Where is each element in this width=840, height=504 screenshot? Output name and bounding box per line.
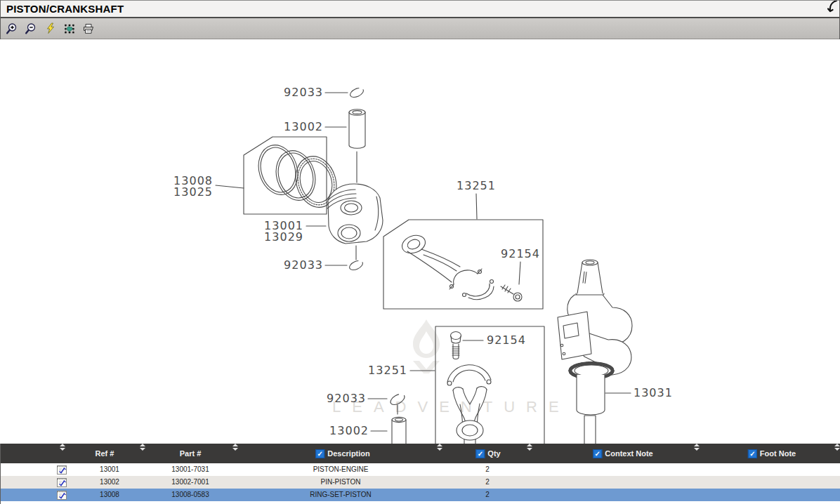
sort-arrows-icon-col[interactable] — [60, 444, 65, 463]
col-label-ref: Ref # — [96, 449, 114, 458]
part-label-13002-top[interactable]: 13002 — [284, 120, 323, 133]
note-icon[interactable] — [56, 477, 68, 489]
col-label-foot-note: Foot Note — [760, 449, 796, 458]
cell-ref: 13002 — [100, 476, 119, 489]
col-header-context-note[interactable]: ✓ Context Note — [593, 444, 652, 463]
ring-set-drawing — [244, 137, 343, 214]
toolbar — [1, 18, 839, 39]
table-row-13002[interactable]: 13002 13002-7001 PIN-PISTON 2 — [1, 476, 840, 489]
note-icon[interactable] — [56, 464, 68, 476]
watermark-text: LEADVENTURE — [332, 398, 570, 416]
sort-arrows-description[interactable] — [437, 444, 442, 463]
part-label-13251-lower[interactable]: 13251 — [368, 364, 407, 377]
part-label-92033-mid[interactable]: 92033 — [284, 258, 323, 272]
col-label-part: Part # — [180, 449, 202, 458]
col-header-foot-note[interactable]: ✓ Foot Note — [748, 444, 796, 463]
table-row-13001[interactable]: 13001 13001-7031 PISTON-ENGINE 2 — [1, 463, 840, 476]
table-header: Ref # Part # ✓ Description ✓ Qty ✓ Conte… — [1, 444, 840, 463]
select-image-button[interactable] — [63, 22, 77, 36]
part-label-13002-lower[interactable]: 13002 — [329, 424, 369, 437]
col-header-qty[interactable]: ✓ Qty — [475, 444, 500, 463]
col-header-description[interactable]: ✓ Description — [315, 444, 370, 463]
part-label-92154-upper[interactable]: 92154 — [501, 247, 540, 260]
circlip-top-drawing — [349, 86, 365, 99]
cell-desc: PIN-PISTON — [320, 476, 360, 489]
print-button[interactable] — [81, 22, 96, 36]
cell-qty: 2 — [485, 489, 490, 501]
pin-lowerleft-drawing — [392, 417, 406, 444]
cell-desc: PISTON-ENGINE — [313, 463, 369, 476]
sort-arrows-part[interactable] — [232, 444, 238, 463]
sort-arrows-ref[interactable] — [140, 444, 145, 463]
context-note-checkbox[interactable]: ✓ — [593, 449, 602, 458]
sort-arrows-qty[interactable] — [527, 444, 532, 463]
lightning-icon-button[interactable] — [44, 22, 58, 36]
cell-ref: 13008 — [100, 489, 119, 501]
zoom-out-button[interactable] — [25, 22, 39, 36]
cell-desc: RING-SET-PISTON — [310, 489, 372, 501]
col-label-context-note: Context Note — [605, 449, 652, 458]
part-label-92033-top[interactable]: 92033 — [284, 86, 323, 99]
part-label-92154-lower[interactable]: 92154 — [487, 333, 526, 347]
sort-arrows-foot-note[interactable] — [834, 444, 840, 463]
col-header-part[interactable]: Part # — [180, 444, 202, 463]
crankshaft-drawing — [558, 260, 632, 444]
col-label-qty: Qty — [487, 449, 500, 458]
table-row-13008-selected[interactable]: 13008 13008-0583 RING-SET-PISTON 2 — [1, 489, 840, 501]
cursor-arrow-icon — [827, 1, 838, 16]
window-chrome: PISTON/CRANKSHAFT — [0, 0, 840, 39]
connecting-rod-box-drawing — [383, 220, 543, 309]
title-bar: PISTON/CRANKSHAFT — [1, 0, 839, 18]
cell-qty: 2 — [485, 476, 490, 489]
cell-part: 13001-7031 — [171, 463, 209, 476]
col-header-ref[interactable]: Ref # — [96, 444, 114, 463]
foot-note-checkbox[interactable]: ✓ — [748, 449, 757, 458]
part-label-13251-upper[interactable]: 13251 — [457, 179, 496, 192]
cell-ref: 13001 — [100, 463, 119, 476]
qty-checkbox[interactable]: ✓ — [475, 449, 485, 458]
parts-table: Ref # Part # ✓ Description ✓ Qty ✓ Conte… — [0, 444, 840, 504]
cell-qty: 2 — [485, 463, 490, 476]
note-icon[interactable] — [56, 489, 68, 501]
diagram-canvas: LEADVENTURE — [0, 39, 840, 444]
part-label-13031[interactable]: 13031 — [634, 386, 673, 399]
zoom-in-button[interactable] — [6, 22, 20, 36]
cell-part: 13008-0583 — [171, 489, 209, 501]
sort-arrows-context-note[interactable] — [694, 444, 700, 463]
part-label-13025[interactable]: 13025 — [173, 185, 213, 199]
cell-part: 13002-7001 — [171, 476, 209, 489]
parts-diagram: LEADVENTURE — [0, 39, 840, 444]
part-label-92033-lower[interactable]: 92033 — [327, 392, 366, 405]
piston-pin-drawing — [349, 110, 365, 183]
page-title: PISTON/CRANKSHAFT — [6, 3, 124, 15]
piston-drawing — [327, 184, 383, 260]
circlip-lower-drawing — [348, 259, 365, 272]
col-label-description: Description — [327, 449, 370, 458]
part-label-13029[interactable]: 13029 — [264, 230, 303, 244]
description-checkbox[interactable]: ✓ — [315, 449, 324, 458]
